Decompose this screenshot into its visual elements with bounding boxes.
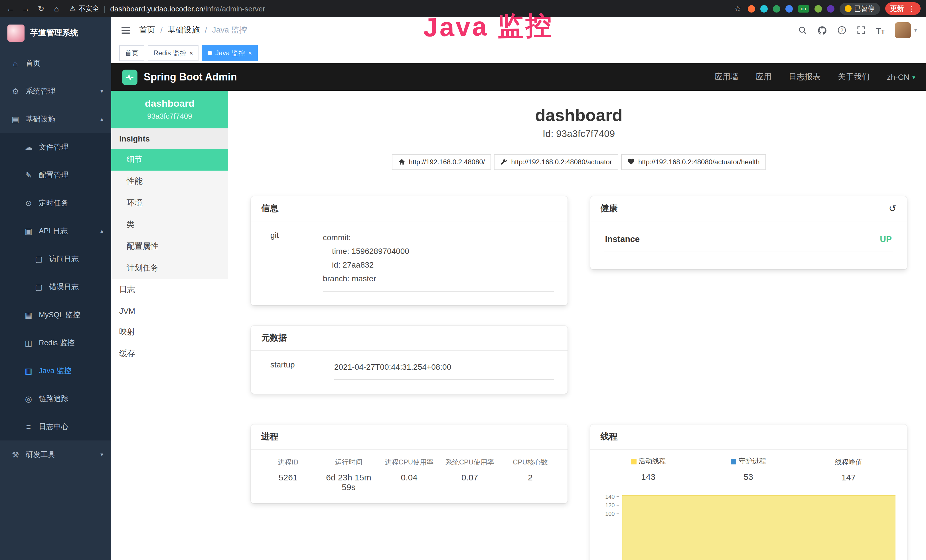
chevron-down-icon: ▾ [912,74,915,80]
chevron-up-icon: ▴ [100,228,103,234]
app-logo[interactable]: 芋道管理系统 [0,17,111,49]
avatar [895,22,911,38]
database-icon: ▦ [24,310,33,319]
forward-icon[interactable]: → [21,4,30,13]
sidebar-item-api-logs[interactable]: ▣ API 日志 ▴ [0,217,111,245]
sba-item-scheduled-tasks[interactable]: 计划任务 [111,257,228,279]
sba-nav-wallboard[interactable]: 应用墙 [715,72,738,82]
help-icon[interactable]: ? [837,26,846,35]
service-url-link[interactable]: http://192.168.0.2:48080/ [392,154,491,170]
url-text[interactable]: dashboard.yudao.iocoder.cn/infra/admin-s… [110,4,265,13]
metadata-line: 2021-04-27T00:44:31.254+08:00 [334,360,554,374]
sidebar-item-label: 定时任务 [39,198,68,208]
sidebar-item-access-logs[interactable]: ▢ 访问日志 [0,245,111,273]
hamburger-icon[interactable] [120,24,131,36]
sba-item-logs[interactable]: 日志 [111,279,228,301]
close-icon[interactable]: × [189,50,193,56]
legend-label: 活动线程 [639,456,666,466]
security-chip[interactable]: ⚠ 不安全 [70,4,99,14]
sidebar-item-error-logs[interactable]: ▢ 错误日志 [0,273,111,301]
health-url-link[interactable]: http://192.168.0.2:48080/actuator/health [621,154,766,170]
sidebar-item-mysql-monitor[interactable]: ▦ MySQL 监控 [0,301,111,328]
sba-item-details[interactable]: 细节 [111,149,228,171]
sba-item-config-props[interactable]: 配置属性 [111,236,228,257]
sidebar-item-redis-monitor[interactable]: ◫ Redis 监控 [0,328,111,357]
tools-icon: ⚒ [11,450,20,459]
breadcrumb-home[interactable]: 首页 [139,25,155,35]
instance-id: 93a3fc7f7409 [116,112,224,120]
breadcrumb-current: Java 监控 [212,25,247,35]
close-icon[interactable]: × [248,50,252,56]
threads-legend: 活动线程 143 守护进程 53 线程峰值 [598,456,899,482]
warning-icon: ⚠ [70,5,76,12]
legend-value: 143 [598,472,698,481]
extension-icon-2[interactable] [760,5,767,12]
actuator-url-link[interactable]: http://192.168.0.2:48080/actuator [494,154,618,170]
health-instance-label: Instance [605,234,640,243]
stat-label: 进程CPU使用率 [379,457,439,467]
tab-java-monitor[interactable]: Java 监控 × [202,45,257,61]
fullscreen-icon[interactable] [856,26,865,35]
sidebar-item-label: 文件管理 [39,142,68,152]
sba-nav-applications[interactable]: 应用 [756,72,772,82]
user-menu[interactable]: ▾ [895,22,917,38]
extension-icon-3[interactable] [773,5,780,12]
sidebar-item-config-mgmt[interactable]: ✎ 配置管理 [0,161,111,189]
sba-item-mappings[interactable]: 映射 [111,321,228,343]
left-column-2: 进程 进程ID 5261 运行时间 6d 23h 15m 59s [251,424,567,503]
sba-logo-icon[interactable] [122,69,138,85]
sba-nav-journal[interactable]: 日志报表 [789,72,821,82]
stat-cpu-cores: CPU核心数 2 [500,457,560,492]
sba-item-jvm[interactable]: JVM [111,301,228,321]
sba-nav-language[interactable]: zh-CN ▾ [887,73,915,82]
github-icon[interactable] [817,26,827,35]
sba-item-classes[interactable]: 类 [111,214,228,236]
instance-header[interactable]: dashboard 93a3fc7f7409 [111,91,228,129]
reload-icon[interactable]: ↻ [36,4,45,13]
tab-home[interactable]: 首页 [119,45,144,61]
sba-item-metrics[interactable]: 性能 [111,171,228,192]
info-line: commit: [323,230,554,244]
sidebar-item-infra[interactable]: ▤ 基础设施 ▴ [0,105,111,133]
back-icon[interactable]: ← [6,4,15,13]
extension-on-badge[interactable]: on [798,5,809,12]
sidebar-item-java-monitor[interactable]: ▥ Java 监控 [0,357,111,384]
sba-item-caches[interactable]: 缓存 [111,343,228,365]
info-card: 信息 git commit: time: 1596289704000 id: 2… [251,196,567,305]
update-button[interactable]: 更新 ⋮ [885,2,920,15]
sba-nav-about[interactable]: 关于我们 [838,72,870,82]
app-sidebar: 芋道管理系统 ⌂ 首页 ⚙ 系统管理 ▾ ▤ 基础设施 ▴ ☁ 文件管理 ✎ 配… [0,17,111,560]
eye-icon: ◎ [24,394,33,403]
sidebar-item-scheduled-jobs[interactable]: ⊙ 定时任务 [0,189,111,217]
extension-icon-1[interactable] [747,5,755,12]
sidebar-item-file-mgmt[interactable]: ☁ 文件管理 [0,133,111,161]
search-icon[interactable] [798,26,807,35]
tab-label: Java 监控 [215,48,245,58]
browser-home-icon[interactable]: ⌂ [52,4,61,13]
info-line: id: 27aa832 [323,257,554,271]
breadcrumb-separator: / [205,26,207,35]
font-size-icon[interactable]: TT [876,26,885,35]
sba-brand-title[interactable]: Spring Boot Admin [144,71,237,83]
address-bar[interactable]: ⚠ 不安全 | dashboard.yudao.iocoder.cn/infra… [70,4,727,14]
sidebar-item-log-center[interactable]: ≡ 日志中心 [0,413,111,440]
stat-value: 6d 23h 15m 59s [318,472,379,492]
extension-icon-5[interactable] [814,5,822,12]
tab-redis-monitor[interactable]: Redis 监控 × [148,45,199,61]
sidebar-item-tracing[interactable]: ◎ 链路追踪 [0,384,111,413]
extension-icon-6[interactable] [827,5,834,12]
history-icon[interactable]: ↺ [889,203,896,214]
legend-peak-threads: 线程峰值 147 [799,456,899,482]
sidebar-item-system[interactable]: ⚙ 系统管理 ▾ [0,77,111,105]
breadcrumb-infra[interactable]: 基础设施 [168,25,200,35]
extension-icon-4[interactable] [785,5,793,12]
process-card-title: 进程 [251,424,567,449]
sidebar-item-home[interactable]: ⌂ 首页 [0,49,111,77]
paused-badge[interactable]: 已暂停 [839,3,880,15]
log-icon: ≡ [24,422,33,431]
stat-label: 运行时间 [318,457,379,467]
kebab-menu-icon[interactable]: ⋮ [908,4,915,13]
bookmark-star-icon[interactable]: ☆ [733,4,742,13]
sidebar-item-dev-tools[interactable]: ⚒ 研发工具 ▾ [0,440,111,468]
sba-item-environment[interactable]: 环境 [111,192,228,214]
